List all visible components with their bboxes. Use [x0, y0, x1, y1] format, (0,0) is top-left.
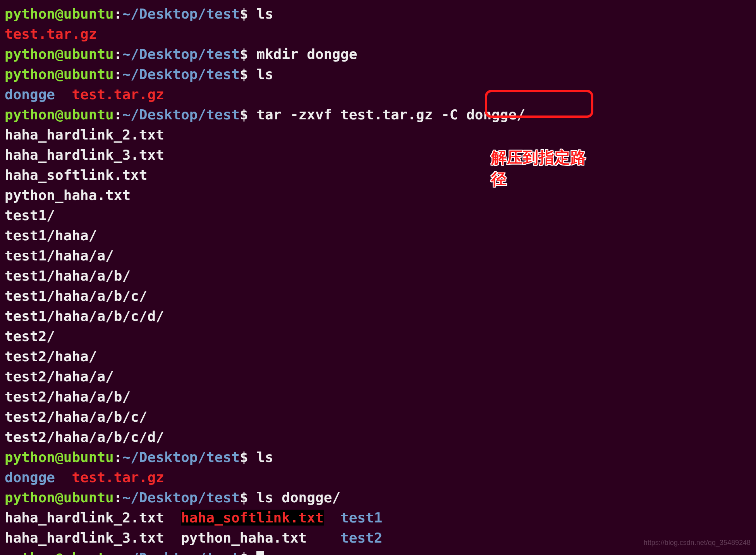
terminal-line: python@ubuntu:~/Desktop/test$ ls	[5, 64, 751, 84]
terminal-line: dongge test.tar.gz	[5, 84, 751, 105]
listing-item: dongge	[5, 469, 55, 485]
terminal-line: test2/haha/a/b/	[5, 387, 751, 407]
terminal-line: test1/haha/a/b/c/d/	[5, 306, 751, 326]
prompt-user: python@ubuntu	[5, 66, 114, 82]
command-text: ls dongge/	[256, 490, 340, 505]
prompt-user: python@ubuntu	[5, 550, 114, 555]
prompt-symbol: $	[240, 550, 256, 555]
cursor	[256, 551, 264, 555]
listing-item: haha_hardlink_3.txt python_haha.txt	[5, 530, 340, 546]
listing-item	[55, 469, 72, 485]
terminal-line: haha_softlink.txt	[5, 165, 751, 185]
command-text: ls	[256, 6, 273, 22]
terminal-line: test2/haha/a/	[5, 367, 751, 387]
prompt-separator: :	[114, 6, 122, 22]
output-text: haha_hardlink_3.txt	[5, 147, 164, 163]
terminal-line: python@ubuntu:~/Desktop/test$ ls	[5, 447, 751, 467]
listing-item: test.tar.gz	[72, 469, 164, 485]
output-text: test2/haha/a/	[5, 369, 114, 384]
prompt-separator: :	[114, 490, 122, 505]
output-text: test1/haha/a/b/	[5, 268, 131, 284]
prompt-path: ~/Desktop/test	[122, 449, 239, 465]
terminal-line: test2/haha/a/b/c/d/	[5, 427, 751, 447]
output-text: test2/	[5, 328, 55, 344]
output-text: test1/	[5, 207, 55, 223]
output-text: test2/haha/a/b/c/	[5, 409, 147, 425]
output-text: python_haha.txt	[5, 187, 131, 203]
terminal-line: test2/haha/a/b/c/	[5, 407, 751, 427]
prompt-symbol: $	[240, 6, 256, 22]
prompt-path: ~/Desktop/test	[122, 550, 239, 555]
terminal-line: haha_hardlink_2.txt	[5, 125, 751, 145]
prompt-user: python@ubuntu	[5, 46, 114, 62]
terminal-line: test.tar.gz	[5, 24, 751, 44]
listing-item: haha_softlink.txt	[181, 510, 323, 526]
prompt-separator: :	[114, 66, 122, 82]
terminal-line: test1/haha/a/b/	[5, 266, 751, 286]
listing-item	[324, 510, 340, 526]
terminal-output[interactable]: python@ubuntu:~/Desktop/test$ lstest.tar…	[5, 4, 751, 555]
output-text: test2/haha/a/b/c/d/	[5, 429, 164, 445]
output-text: test1/haha/a/b/c/d/	[5, 308, 164, 324]
terminal-line: python@ubuntu:~/Desktop/test$ tar -zxvf …	[5, 105, 751, 125]
prompt-separator: :	[114, 107, 122, 122]
terminal-line: haha_hardlink_3.txt	[5, 145, 751, 165]
prompt-separator: :	[114, 449, 122, 465]
prompt-symbol: $	[240, 107, 256, 122]
prompt-symbol: $	[240, 449, 256, 465]
terminal-line: test1/haha/a/b/c/	[5, 286, 751, 306]
prompt-symbol: $	[240, 66, 256, 82]
listing-item: dongge	[5, 86, 55, 102]
output-text: test2/haha/	[5, 348, 97, 364]
terminal-line: test2/haha/	[5, 346, 751, 367]
terminal-line: test1/haha/a/	[5, 246, 751, 266]
command-text: ls	[256, 66, 273, 82]
listing-item: test.tar.gz	[5, 26, 97, 42]
listing-item	[55, 86, 72, 102]
source-watermark: https://blog.csdn.net/qq_35489248	[644, 533, 751, 553]
prompt-user: python@ubuntu	[5, 107, 114, 122]
terminal-line: python@ubuntu:~/Desktop/test$ ls dongge/	[5, 488, 751, 508]
prompt-user: python@ubuntu	[5, 449, 114, 465]
output-text: test2/haha/a/b/	[5, 389, 131, 405]
terminal-line: haha_hardlink_3.txt python_haha.txt test…	[5, 528, 751, 548]
prompt-path: ~/Desktop/test	[122, 6, 239, 22]
prompt-symbol: $	[240, 490, 256, 505]
terminal-line: python_haha.txt	[5, 185, 751, 205]
prompt-symbol: $	[240, 46, 256, 62]
prompt-path: ~/Desktop/test	[122, 66, 239, 82]
output-text: haha_hardlink_2.txt	[5, 127, 164, 143]
terminal-line: python@ubuntu:~/Desktop/test$ mkdir dong…	[5, 44, 751, 64]
command-text: mkdir dongge	[256, 46, 357, 62]
prompt-separator: :	[114, 550, 122, 555]
command-text: ls	[256, 449, 273, 465]
output-text: test1/haha/a/b/c/	[5, 288, 147, 304]
listing-item: test.tar.gz	[72, 86, 164, 102]
annotation-text: 解压到指定路 径	[491, 147, 586, 190]
terminal-line: python@ubuntu:~/Desktop/test$ ls	[5, 4, 751, 24]
terminal-line: python@ubuntu:~/Desktop/test$	[5, 548, 751, 555]
terminal-line: test1/	[5, 205, 751, 226]
listing-item: test1	[340, 510, 382, 526]
prompt-user: python@ubuntu	[5, 490, 114, 505]
output-text: test1/haha/a/	[5, 248, 114, 264]
prompt-user: python@ubuntu	[5, 6, 114, 22]
annotation-highlight-box	[485, 90, 593, 118]
terminal-line: test1/haha/	[5, 226, 751, 246]
terminal-line: haha_hardlink_2.txt haha_softlink.txt te…	[5, 508, 751, 528]
prompt-path: ~/Desktop/test	[122, 46, 239, 62]
prompt-path: ~/Desktop/test	[122, 107, 239, 122]
terminal-line: test2/	[5, 326, 751, 346]
listing-item: test2	[340, 530, 382, 546]
terminal-line: dongge test.tar.gz	[5, 467, 751, 488]
listing-item: haha_hardlink_2.txt	[5, 510, 181, 526]
prompt-separator: :	[114, 46, 122, 62]
output-text: haha_softlink.txt	[5, 167, 147, 183]
prompt-path: ~/Desktop/test	[122, 490, 239, 505]
output-text: test1/haha/	[5, 228, 97, 243]
